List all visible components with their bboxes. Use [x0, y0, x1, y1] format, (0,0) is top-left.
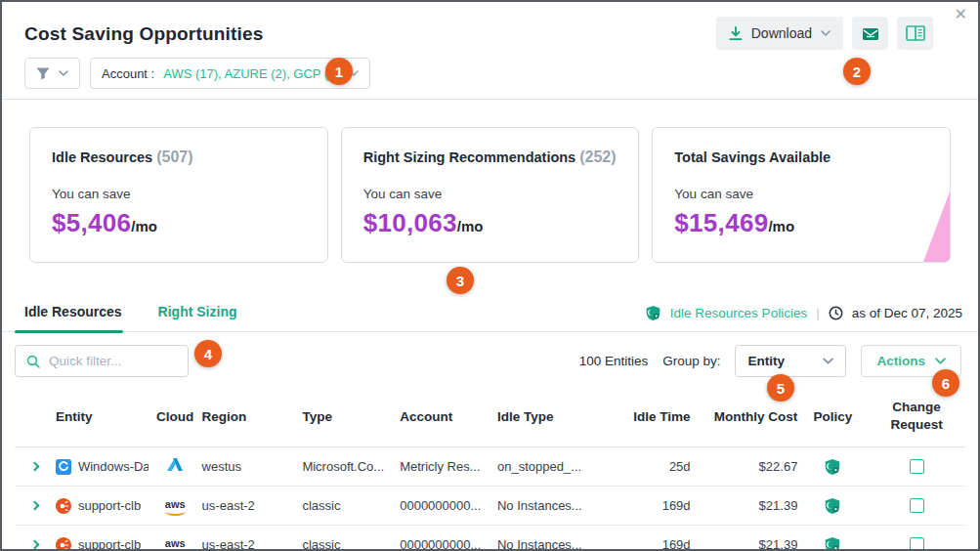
col-type[interactable]: Type	[302, 409, 400, 424]
card-count: (507)	[156, 148, 192, 165]
pink-corner-decoration	[923, 191, 950, 262]
clock-icon	[829, 306, 843, 320]
chevron-down-icon	[823, 358, 833, 364]
close-icon[interactable]: ✕	[955, 7, 967, 22]
col-idle-time[interactable]: Idle Time	[624, 409, 691, 424]
card-title: Right Sizing Recommendations	[363, 149, 576, 165]
col-monthly-cost[interactable]: Monthly Cost	[691, 409, 798, 424]
entity-name[interactable]: Windows-Da	[78, 459, 149, 474]
annotation-marker-1: 1	[325, 58, 353, 85]
change-request-checkbox[interactable]	[910, 498, 924, 513]
card-count: (252)	[579, 148, 616, 165]
card-amount: $10,063	[363, 208, 457, 237]
card-save-label: You can save	[52, 187, 306, 201]
quick-filter	[15, 345, 189, 377]
policy-shield-icon[interactable]	[824, 536, 841, 551]
tab-idle-resources[interactable]: Idle Resources	[24, 304, 122, 331]
quick-filter-input[interactable]	[49, 354, 177, 368]
actions-label: Actions	[876, 354, 925, 368]
policy-shield-icon[interactable]	[824, 458, 841, 476]
region-cell: us-east-2	[202, 498, 303, 513]
card-idle-resources: Idle Resources(507) You can save $5,406/…	[29, 127, 328, 263]
chevron-down-icon	[821, 30, 831, 36]
col-policy[interactable]: Policy	[797, 409, 868, 424]
search-icon	[26, 355, 40, 368]
policy-shield-icon[interactable]	[824, 497, 841, 515]
card-right-sizing: Right Sizing Recommendations(252) You ca…	[341, 127, 640, 263]
table-header: Entity Cloud Region Type Account Idle Ty…	[15, 389, 965, 447]
account-cell: 0000000000...	[400, 498, 497, 513]
as-of-date: as of Dec 07, 2025	[852, 306, 962, 320]
annotation-marker-6: 6	[932, 369, 959, 397]
card-title: Total Savings Available	[674, 149, 831, 165]
account-filter-value: AWS (17), AZURE (2), GCP (1)	[163, 66, 340, 81]
annotation-marker-2: 2	[843, 58, 871, 85]
col-cloud[interactable]: Cloud	[149, 409, 202, 424]
type-cell: classic	[302, 537, 400, 551]
chevron-down-icon	[59, 70, 68, 76]
header-divider	[2, 99, 978, 100]
annotation-marker-4: 4	[194, 340, 222, 367]
idle-type-cell: No Instances...	[497, 537, 624, 551]
entity-name[interactable]: support-clb	[78, 498, 141, 513]
download-button[interactable]: Download	[716, 17, 843, 50]
card-total-savings: Total Savings Available You can save $15…	[652, 127, 951, 263]
col-account[interactable]: Account	[400, 409, 497, 424]
change-request-checkbox[interactable]	[910, 459, 924, 474]
card-amount: $15,469	[674, 208, 768, 237]
tabs-bar: Idle Resources Right Sizing Idle Resourc…	[2, 304, 978, 332]
table-row: Windows-Da westus Microsoft.Co... Metric…	[15, 447, 965, 487]
elb-icon	[56, 537, 71, 551]
card-save-label: You can save	[363, 187, 618, 201]
col-region[interactable]: Region	[202, 409, 303, 424]
page-title: Cost Saving Opportunities	[24, 23, 264, 45]
idle-type-cell: No Instances...	[497, 498, 624, 513]
azure-vm-icon	[56, 459, 71, 475]
card-amount-suffix: /mo	[457, 218, 484, 234]
funnel-icon	[36, 67, 50, 80]
monthly-cost-cell: $21.39	[691, 498, 798, 513]
book-icon	[906, 25, 925, 41]
idle-resources-policies-link[interactable]: Idle Resources Policies	[670, 306, 807, 320]
table-row: support-clb aws us-east-2 classic 000000…	[15, 526, 965, 551]
header-actions: Download	[716, 17, 933, 50]
annotation-marker-5: 5	[767, 374, 794, 402]
account-filter-label: Account :	[102, 66, 154, 81]
monthly-cost-cell: $21.39	[691, 537, 798, 551]
aws-cloud-icon: aws	[165, 499, 186, 516]
entity-name[interactable]: support-clb	[78, 537, 141, 551]
card-amount-suffix: /mo	[131, 218, 157, 234]
col-change-request[interactable]: Change Request	[868, 399, 965, 434]
region-cell: us-east-2	[202, 537, 303, 551]
account-cell: 0000000000...	[400, 537, 497, 551]
divider-pipe: |	[816, 306, 820, 320]
mail-icon	[862, 26, 879, 41]
card-save-label: You can save	[674, 187, 928, 201]
card-title: Idle Resources	[52, 149, 152, 165]
filter-button[interactable]	[24, 58, 80, 89]
region-cell: westus	[202, 459, 303, 474]
tab-right-sizing[interactable]: Right Sizing	[158, 304, 237, 331]
summary-cards: Idle Resources(507) You can save $5,406/…	[29, 127, 951, 263]
filter-bar: Account : AWS (17), AZURE (2), GCP (1)	[2, 58, 978, 89]
col-entity[interactable]: Entity	[56, 409, 149, 424]
idle-time-cell: 169d	[624, 498, 691, 513]
idle-resources-table: Entity Cloud Region Type Account Idle Ty…	[15, 389, 965, 551]
chevron-down-icon	[935, 358, 946, 364]
email-report-button[interactable]	[852, 17, 888, 50]
card-amount: $5,406	[52, 208, 131, 237]
download-label: Download	[751, 25, 812, 41]
elb-icon	[56, 498, 71, 514]
expand-row-icon[interactable]	[30, 540, 40, 550]
expand-row-icon[interactable]	[30, 462, 40, 472]
azure-cloud-icon	[167, 458, 183, 472]
change-request-checkbox[interactable]	[910, 537, 924, 551]
idle-time-cell: 25d	[624, 459, 691, 474]
col-idle-type[interactable]: Idle Type	[497, 409, 624, 424]
group-by-value: Entity	[747, 354, 785, 368]
documentation-button[interactable]	[897, 17, 933, 50]
expand-row-icon[interactable]	[30, 501, 40, 511]
group-by-select[interactable]: Entity	[735, 345, 846, 377]
table-row: support-clb aws us-east-2 classic 000000…	[15, 487, 965, 526]
monthly-cost-cell: $22.67	[691, 459, 798, 474]
